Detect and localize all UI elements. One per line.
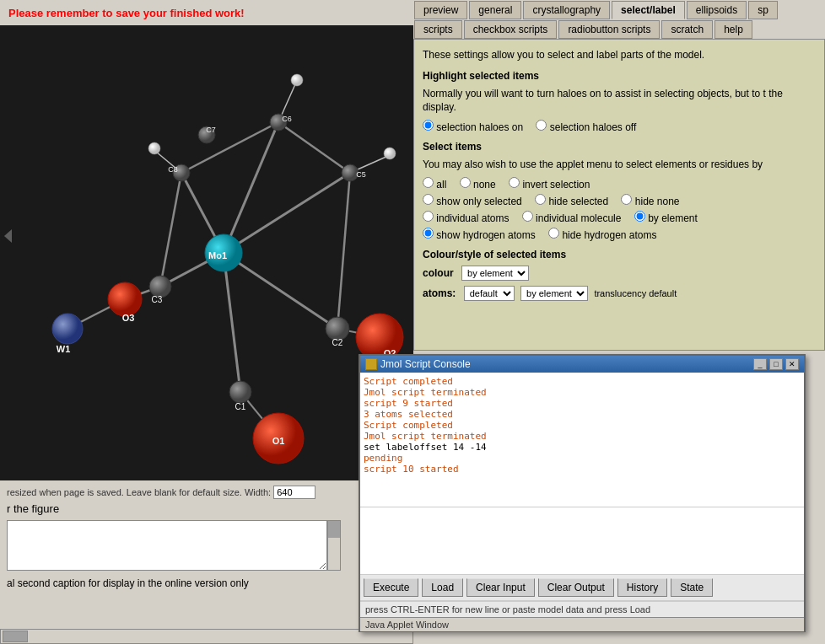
invert-label[interactable]: invert selection bbox=[509, 179, 590, 191]
svg-point-31 bbox=[291, 74, 303, 86]
svg-text:O3: O3 bbox=[122, 313, 135, 323]
invert-radio[interactable] bbox=[509, 177, 520, 188]
width-label: Width: bbox=[245, 487, 271, 497]
caption-scrollbar[interactable] bbox=[327, 520, 341, 571]
jmol-titlebar: Jmol Script Console _ □ ✕ bbox=[360, 356, 804, 373]
jmol-buttons: Execute Load Clear Input Clear Output Hi… bbox=[360, 575, 804, 601]
horizontal-scrollbar[interactable] bbox=[0, 629, 413, 644]
svg-point-32 bbox=[148, 142, 160, 154]
hide-selected-radio[interactable] bbox=[535, 194, 546, 205]
haloes-radio-group: selection haloes on selection haloes off bbox=[423, 120, 816, 133]
haloes-off-radio[interactable] bbox=[536, 120, 547, 131]
jmol-script-input[interactable] bbox=[364, 511, 801, 570]
haloes-on-radio[interactable] bbox=[423, 120, 434, 131]
figure-label: r the figure bbox=[7, 502, 407, 515]
resize-note: resized when page is saved. Leave blank … bbox=[7, 486, 407, 499]
individual-mol-label[interactable]: individual molecule bbox=[522, 212, 622, 224]
individual-mol-radio[interactable] bbox=[522, 211, 533, 222]
tab-row-1: preview general crystallography select/l… bbox=[413, 0, 825, 19]
output-line-5: Jmol script terminated bbox=[364, 431, 801, 442]
atoms-colour-select[interactable]: by element bbox=[520, 286, 588, 301]
tab-help[interactable]: help bbox=[714, 20, 752, 39]
output-line-0: Script completed bbox=[364, 376, 801, 387]
caption-input[interactable] bbox=[7, 520, 327, 571]
close-button[interactable]: ✕ bbox=[785, 358, 799, 370]
execute-button[interactable]: Execute bbox=[364, 578, 418, 597]
select-radio-group-1: all none invert selection bbox=[423, 177, 816, 191]
all-radio[interactable] bbox=[423, 177, 434, 188]
content-area: These settings allow you to select and l… bbox=[413, 39, 825, 351]
show-only-label[interactable]: show only selected bbox=[423, 196, 522, 207]
individual-atoms-radio[interactable] bbox=[423, 211, 434, 222]
state-button[interactable]: State bbox=[671, 578, 713, 597]
hide-selected-label[interactable]: hide selected bbox=[535, 196, 608, 207]
none-radio[interactable] bbox=[460, 177, 471, 188]
warning-text: Please remember to save your finished wo… bbox=[0, 0, 413, 26]
history-button[interactable]: History bbox=[617, 578, 667, 597]
clear-input-button[interactable]: Clear Input bbox=[466, 578, 535, 597]
show-only-radio[interactable] bbox=[423, 194, 434, 205]
jmol-console: Jmol Script Console _ □ ✕ Script complet… bbox=[359, 354, 806, 632]
svg-point-23 bbox=[229, 381, 251, 403]
svg-text:Mo1: Mo1 bbox=[208, 250, 227, 260]
hide-none-radio[interactable] bbox=[621, 194, 632, 205]
svg-point-30 bbox=[384, 148, 396, 159]
jmol-output: Script completed Jmol script terminated … bbox=[360, 373, 804, 507]
all-label[interactable]: all bbox=[423, 179, 446, 191]
tab-scratch[interactable]: scratch bbox=[661, 20, 713, 39]
colour-select[interactable]: by element bbox=[461, 266, 529, 281]
width-input[interactable] bbox=[273, 486, 315, 499]
java-applet-label: Java Applet Window bbox=[360, 617, 804, 631]
tab-ellipsoids[interactable]: ellipsoids bbox=[687, 1, 747, 19]
by-element-label[interactable]: by element bbox=[634, 212, 698, 224]
none-label[interactable]: none bbox=[460, 179, 496, 191]
colour-label: colour bbox=[423, 267, 454, 279]
window-buttons: _ □ ✕ bbox=[753, 358, 799, 370]
hide-hydrogen-label[interactable]: hide hydrogen atoms bbox=[548, 229, 656, 241]
right-panel: preview general crystallography select/l… bbox=[413, 0, 825, 354]
caption-label: al second caption for display in the onl… bbox=[7, 577, 407, 589]
output-line-8: script 10 started bbox=[364, 464, 801, 475]
tab-sp[interactable]: sp bbox=[748, 1, 778, 19]
tab-select-label[interactable]: select/label bbox=[612, 1, 685, 19]
tab-scripts[interactable]: scripts bbox=[414, 20, 462, 39]
bottom-area: resized when page is saved. Leave blank … bbox=[0, 480, 413, 598]
by-element-radio[interactable] bbox=[634, 211, 645, 222]
output-line-4: Script completed bbox=[364, 420, 801, 431]
select-desc: You may also wish to use the applet menu… bbox=[423, 158, 816, 172]
maximize-button[interactable]: □ bbox=[769, 358, 783, 370]
tab-preview[interactable]: preview bbox=[414, 1, 467, 19]
tab-crystallography[interactable]: crystallography bbox=[523, 1, 610, 19]
atoms-default-select[interactable]: default bbox=[464, 286, 515, 301]
colour-title: Colour/style of selected items bbox=[423, 248, 816, 262]
h-scrollbar-thumb[interactable] bbox=[3, 631, 28, 642]
output-line-1: Jmol script terminated bbox=[364, 387, 801, 398]
jmol-title: Jmol Script Console bbox=[380, 358, 471, 370]
show-hydrogen-radio[interactable] bbox=[423, 228, 434, 239]
hide-hydrogen-radio[interactable] bbox=[548, 228, 559, 239]
show-hydrogen-label[interactable]: show hydrogen atoms bbox=[423, 229, 536, 241]
hide-none-label[interactable]: hide none bbox=[621, 196, 679, 207]
individual-atoms-label[interactable]: individual atoms bbox=[423, 212, 509, 224]
clear-output-button[interactable]: Clear Output bbox=[538, 578, 614, 597]
output-line-3: 3 atoms selected bbox=[364, 409, 801, 420]
svg-text:C3: C3 bbox=[152, 295, 163, 304]
intro-text: These settings allow you to select and l… bbox=[423, 48, 816, 62]
hydrogen-radio-group: show hydrogen atoms hide hydrogen atoms bbox=[423, 228, 816, 241]
svg-point-21 bbox=[108, 282, 142, 316]
load-button[interactable]: Load bbox=[422, 578, 463, 597]
haloes-off-label[interactable]: selection haloes off bbox=[536, 121, 636, 133]
tab-checkbox-scripts[interactable]: checkbox scripts bbox=[464, 20, 558, 39]
svg-text:C2: C2 bbox=[332, 338, 343, 347]
jmol-status: press CTRL-ENTER for new line or paste m… bbox=[360, 601, 804, 617]
output-line-6: set labeloffset 14 -14 bbox=[364, 442, 801, 453]
haloes-on-label[interactable]: selection haloes on bbox=[423, 121, 526, 133]
colour-row: colour by element bbox=[423, 266, 816, 281]
molecule-viewer: Mo1 O1 O2 O3 W1 C1 C2 C3 C5 C6 C7 C8 bbox=[0, 25, 413, 480]
tab-general[interactable]: general bbox=[469, 1, 521, 19]
select-radio-group-2: show only selected hide selected hide no… bbox=[423, 194, 816, 207]
select-title: Select items bbox=[423, 140, 816, 154]
output-line-2: script 9 started bbox=[364, 398, 801, 409]
tab-radiobutton-scripts[interactable]: radiobutton scripts bbox=[558, 20, 660, 39]
minimize-button[interactable]: _ bbox=[753, 358, 767, 370]
